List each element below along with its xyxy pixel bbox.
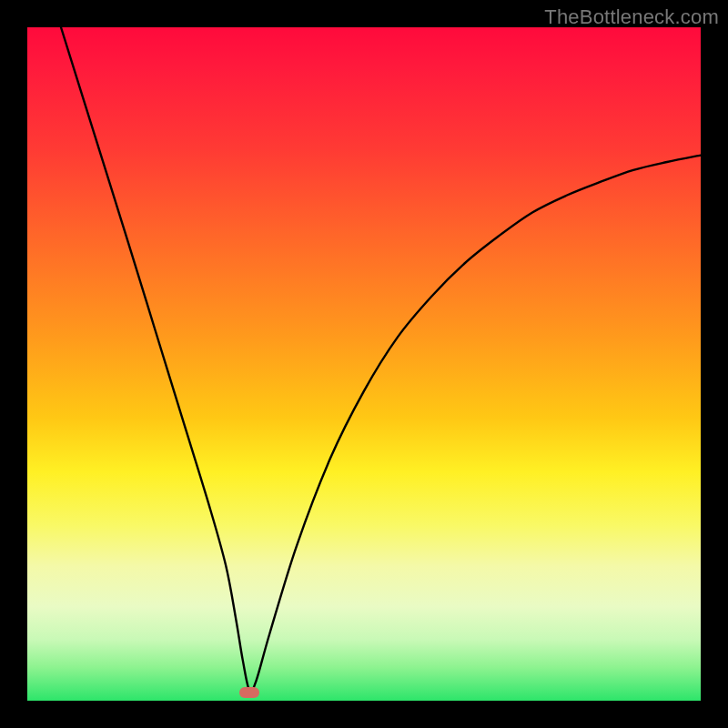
curve-minimum-marker — [239, 687, 259, 698]
bottleneck-curve — [27, 27, 701, 701]
chart-frame: TheBottleneck.com — [0, 0, 728, 728]
plot-area — [27, 27, 701, 701]
attribution-label: TheBottleneck.com — [544, 5, 719, 29]
